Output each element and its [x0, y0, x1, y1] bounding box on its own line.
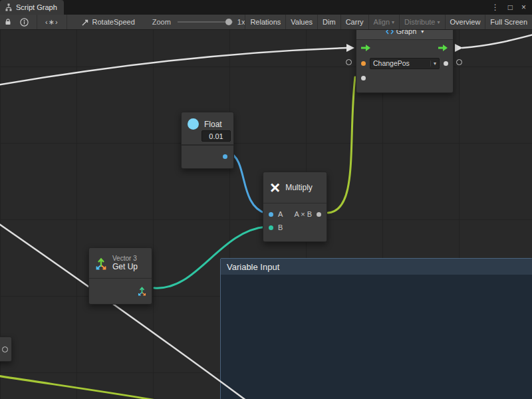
zoom-value: 1x	[237, 18, 245, 26]
multiply-output-label: A × B	[294, 210, 312, 218]
chevron-down-icon: ▾	[392, 19, 394, 25]
multiply-input-b-port[interactable]	[269, 225, 273, 230]
zoom-slider[interactable]	[178, 18, 233, 26]
window-tab-bar: Script Graph ⋮ □ ×	[0, 0, 532, 15]
full-screen-button[interactable]: Full Screen	[485, 15, 532, 29]
maximize-icon[interactable]: □	[508, 0, 513, 15]
vector3-icon	[94, 257, 108, 270]
zoom-slider-track	[178, 21, 233, 23]
graph-toolbar: ‹∗› RotateSpeed Zoom 1x Relations Values…	[0, 15, 532, 30]
distribute-button[interactable]: Distribute▾	[399, 15, 444, 29]
group-variable-input[interactable]: Variable Input	[220, 258, 532, 399]
tab-label: Script Graph	[16, 3, 57, 11]
graph-asset-icon	[82, 19, 89, 26]
set-variable-node[interactable]: Graph ▾ ChangePos ▾	[356, 23, 454, 93]
vector3-node-title: Get Up	[112, 262, 138, 271]
variable-name-dropdown[interactable]: ChangePos ▾	[370, 58, 440, 69]
float-value-input[interactable]	[201, 130, 231, 142]
float-node-title: Float	[204, 120, 222, 129]
code-view-button[interactable]: ‹∗›	[37, 15, 67, 29]
multiply-input-a-port[interactable]	[269, 212, 273, 217]
multiply-input-b-label: B	[278, 223, 283, 231]
info-icon	[20, 18, 29, 27]
value-output-port[interactable]	[444, 61, 448, 66]
value-input-port[interactable]	[361, 76, 366, 80]
port-connector-left[interactable]	[346, 59, 352, 65]
dim-button[interactable]: Dim	[317, 15, 340, 29]
multiply-icon: ×	[270, 179, 280, 196]
partial-node[interactable]	[0, 336, 12, 362]
align-button[interactable]: Align▾	[368, 15, 399, 29]
chevron-down-icon: ▾	[438, 19, 440, 25]
variable-name-label: ChangePos	[373, 59, 410, 67]
multiply-output-port[interactable]	[317, 212, 321, 217]
vector3-get-up-node[interactable]: Vector 3 Get Up	[88, 247, 152, 305]
relations-button[interactable]: Relations	[245, 15, 285, 29]
tab-script-graph[interactable]: Script Graph	[0, 0, 64, 15]
vector3-type-label: Vector 3	[112, 255, 138, 262]
multiply-node-title: Multiply	[285, 183, 313, 192]
values-button[interactable]: Values	[285, 15, 317, 29]
script-graph-window: Variable Input Graph ▾ ChangePos ▾	[0, 0, 532, 399]
group-title[interactable]: Variable Input	[221, 259, 532, 275]
float-type-icon	[188, 118, 199, 130]
graph-asset-button[interactable]: RotateSpeed	[82, 18, 135, 26]
toolbar-button-group: Relations Values Dim Carry Align▾ Distri…	[245, 15, 532, 29]
carry-button[interactable]: Carry	[340, 15, 368, 29]
zoom-label: Zoom	[152, 18, 171, 26]
vector-output-port[interactable]	[137, 286, 147, 296]
partial-node-port[interactable]	[2, 346, 8, 352]
float-node[interactable]: Float	[181, 112, 234, 169]
window-menu-icon[interactable]: ⋮	[491, 0, 499, 15]
chevron-down-icon: ▾	[430, 61, 436, 66]
lock-button[interactable]	[0, 15, 16, 29]
close-icon[interactable]: ×	[521, 0, 526, 15]
zoom-slider-knob[interactable]	[225, 19, 232, 25]
info-button[interactable]	[16, 15, 33, 29]
graph-asset-name: RotateSpeed	[92, 18, 135, 26]
lock-icon	[4, 18, 12, 26]
variable-name-port[interactable]	[361, 61, 366, 66]
script-graph-icon	[5, 3, 13, 11]
multiply-input-a-label: A	[278, 210, 283, 218]
flow-input-port[interactable]	[361, 44, 371, 52]
overview-button[interactable]: Overview	[445, 15, 485, 29]
multiply-node[interactable]: × Multiply A A × B B	[263, 172, 327, 242]
group-body	[221, 275, 532, 399]
float-output-port[interactable]	[223, 154, 227, 159]
flow-output-port[interactable]	[438, 44, 448, 52]
port-connector-right[interactable]	[456, 59, 462, 65]
